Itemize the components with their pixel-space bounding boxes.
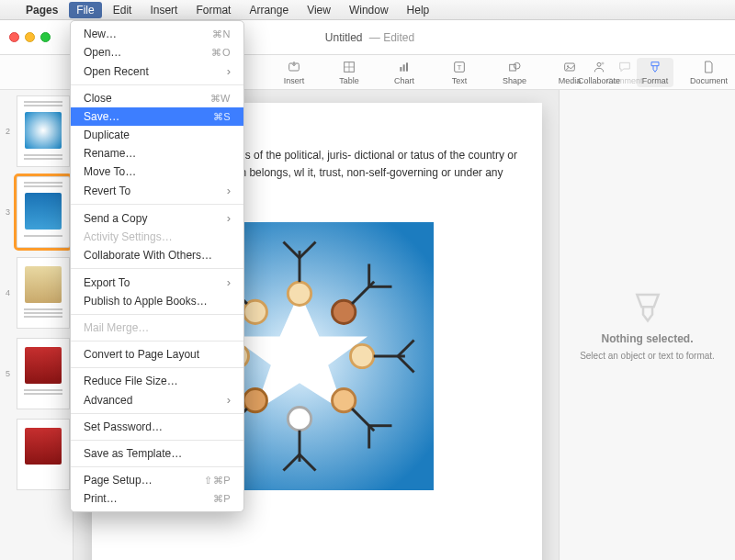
comment-icon xyxy=(617,60,632,74)
file-menu-dropdown: New…⌘NOpen…⌘OOpen RecentClose⌘WSave…⌘SDu… xyxy=(70,20,244,512)
toolbar-document[interactable]: Document xyxy=(690,60,728,85)
svg-point-11 xyxy=(514,62,520,69)
toolbar-insert[interactable]: Insert xyxy=(276,60,312,85)
window-controls xyxy=(0,32,60,42)
chevron-right-icon xyxy=(227,64,231,78)
menu-item-mail-merge: Mail Merge… xyxy=(71,319,243,337)
thumb-page-number: 5 xyxy=(6,369,10,378)
menu-item-label: Send a Copy xyxy=(84,212,147,225)
chart-icon xyxy=(397,60,412,74)
menu-item-print[interactable]: Print…⌘P xyxy=(71,489,243,508)
shape-icon xyxy=(507,60,522,74)
menu-arrange[interactable]: Arrange xyxy=(242,2,296,18)
menu-item-label: New… xyxy=(84,28,117,40)
menu-item-advanced[interactable]: Advanced xyxy=(71,390,243,409)
toolbar-comment[interactable]: Comment xyxy=(606,60,643,85)
menu-item-label: Page Setup… xyxy=(84,474,153,487)
menu-item-convert-to-page-layout[interactable]: Convert to Page Layout xyxy=(71,345,243,364)
page-thumbnail-4[interactable] xyxy=(17,257,70,329)
menu-help[interactable]: Help xyxy=(400,2,437,18)
inspector-subtitle: Select an object or text to format. xyxy=(580,351,715,361)
inspector-title: Nothing selected. xyxy=(601,332,693,345)
page-thumbnail-6[interactable] xyxy=(17,419,70,490)
menu-item-revert-to[interactable]: Revert To xyxy=(71,181,243,200)
toolbar-media[interactable]: Media xyxy=(551,60,588,85)
menu-item-duplicate[interactable]: Duplicate xyxy=(71,126,243,144)
menu-item-label: Set Password… xyxy=(84,420,163,433)
document-icon xyxy=(701,60,716,74)
menu-item-open-recent[interactable]: Open Recent xyxy=(71,62,243,81)
menu-separator xyxy=(71,413,243,414)
page-thumbnail-2[interactable] xyxy=(17,95,70,167)
menu-item-label: Move To… xyxy=(84,165,136,178)
menu-file[interactable]: File xyxy=(69,2,101,18)
menu-item-label: Open… xyxy=(84,46,121,59)
menu-separator xyxy=(71,341,243,342)
menu-item-shortcut: ⌘S xyxy=(213,111,231,123)
menu-item-open[interactable]: Open…⌘O xyxy=(71,43,243,62)
menu-item-shortcut: ⌘O xyxy=(211,47,231,59)
menu-item-label: Reduce File Size… xyxy=(84,375,178,387)
menu-item-label: Revert To xyxy=(84,185,130,197)
menu-format[interactable]: Format xyxy=(188,2,238,18)
toolbar-text[interactable]: T Text xyxy=(441,60,478,85)
menu-item-new[interactable]: New…⌘N xyxy=(71,25,243,43)
menu-item-label: Convert to Page Layout xyxy=(84,348,199,361)
menu-separator xyxy=(71,84,243,85)
menu-app-pages[interactable]: Pages xyxy=(18,2,65,18)
toolbar-chart[interactable]: Chart xyxy=(386,60,423,85)
svg-rect-7 xyxy=(406,62,408,71)
format-brush-icon xyxy=(648,60,662,74)
minimize-window-button[interactable] xyxy=(25,32,35,42)
media-icon xyxy=(562,60,577,74)
menu-window[interactable]: Window xyxy=(342,2,396,18)
menu-item-move-to[interactable]: Move To… xyxy=(71,162,243,181)
page-thumbnails-panel: 2 3 4 5 xyxy=(0,90,74,560)
menu-edit[interactable]: Edit xyxy=(106,2,140,18)
menu-item-label: Rename… xyxy=(84,147,136,160)
menu-item-label: Close xyxy=(84,92,112,105)
svg-text:T: T xyxy=(458,63,462,72)
menu-item-shortcut: ⌘W xyxy=(210,93,231,105)
menu-item-send-a-copy[interactable]: Send a Copy xyxy=(71,208,243,228)
menu-item-publish-to-apple-books[interactable]: Publish to Apple Books… xyxy=(71,292,243,310)
menu-item-export-to[interactable]: Export To xyxy=(71,273,243,292)
menu-item-set-password[interactable]: Set Password… xyxy=(71,418,243,436)
menu-item-label: Publish to Apple Books… xyxy=(84,295,208,308)
document-title-text: Untitled xyxy=(325,31,363,44)
menu-item-label: Duplicate xyxy=(84,129,130,141)
page-thumbnail-3[interactable] xyxy=(17,176,70,248)
chevron-right-icon xyxy=(227,275,231,289)
menu-item-shortcut: ⌘N xyxy=(212,28,231,40)
svg-rect-6 xyxy=(403,64,405,71)
menu-separator xyxy=(71,367,243,368)
svg-point-20 xyxy=(288,282,311,305)
close-window-button[interactable] xyxy=(9,32,19,42)
chevron-right-icon xyxy=(227,184,231,197)
menu-item-label: Save as Template… xyxy=(84,447,182,460)
menu-insert[interactable]: Insert xyxy=(142,2,185,18)
thumb-page-number: 4 xyxy=(6,288,10,297)
menu-item-shortcut: ⌘P xyxy=(213,493,231,505)
menu-item-label: Advanced xyxy=(84,394,132,407)
menu-item-label: Collaborate With Others… xyxy=(84,249,212,262)
fullscreen-window-button[interactable] xyxy=(40,32,51,42)
page-thumbnail-5[interactable] xyxy=(17,338,70,409)
toolbar-shape[interactable]: Shape xyxy=(496,60,533,85)
menu-item-save[interactable]: Save…⌘S xyxy=(71,107,243,126)
menu-item-collaborate-with-others[interactable]: Collaborate With Others… xyxy=(71,246,243,264)
menu-item-reduce-file-size[interactable]: Reduce File Size… xyxy=(71,372,243,390)
toolbar-table[interactable]: Table xyxy=(331,60,368,85)
menu-item-rename[interactable]: Rename… xyxy=(71,144,243,162)
svg-rect-5 xyxy=(400,67,401,72)
thumb-page-number: 2 xyxy=(6,127,10,136)
menu-item-save-as-template[interactable]: Save as Template… xyxy=(71,444,243,463)
menu-view[interactable]: View xyxy=(300,2,338,18)
chevron-right-icon xyxy=(227,211,231,225)
menu-item-close[interactable]: Close⌘W xyxy=(71,89,243,107)
menu-item-page-setup[interactable]: Page Setup…⇧⌘P xyxy=(71,471,243,489)
menu-item-activity-settings: Activity Settings… xyxy=(71,228,243,246)
menu-item-label: Open Recent xyxy=(84,65,149,78)
insert-icon xyxy=(287,60,301,74)
chevron-right-icon xyxy=(227,393,231,407)
